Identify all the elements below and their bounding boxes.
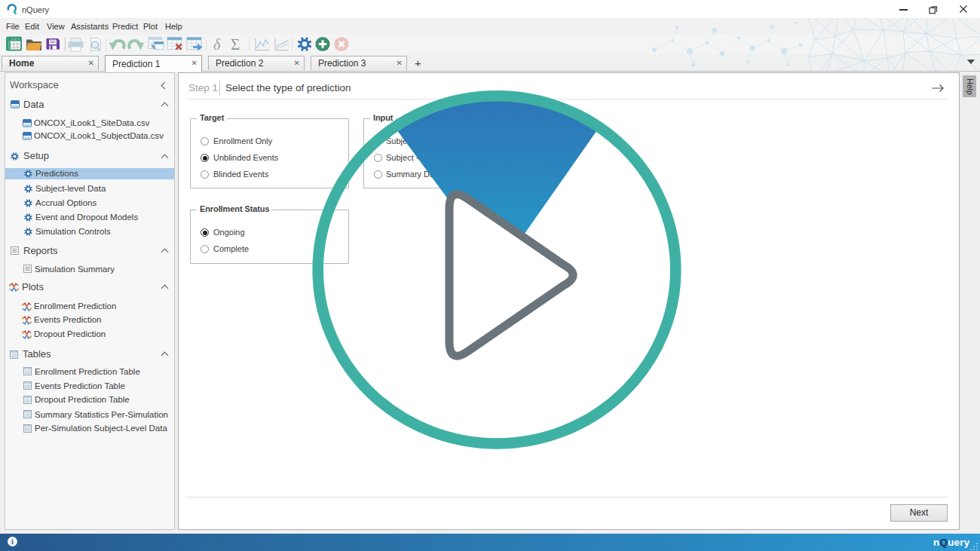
svg-text:δ: δ <box>213 36 221 53</box>
svg-text:Σ: Σ <box>231 35 240 54</box>
